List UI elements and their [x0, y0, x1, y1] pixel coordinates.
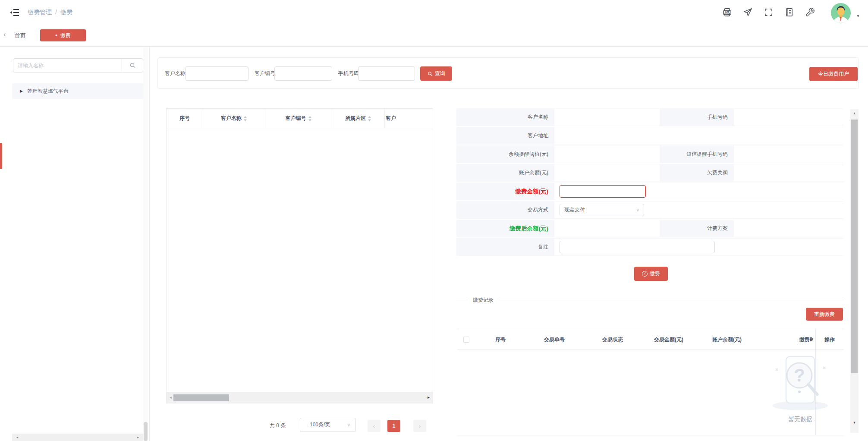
sidebar-vertical-scrollbar[interactable] [143, 47, 148, 441]
page-number-button[interactable]: 1 [387, 420, 400, 432]
left-edge-indicator [0, 143, 2, 169]
user-avatar[interactable] [831, 3, 851, 23]
col-header-area[interactable]: 所属片区 [332, 109, 385, 128]
phone-label: 手机号码 [660, 108, 733, 126]
svg-text:APP: APP [725, 11, 730, 13]
col-header-clipped: 客户 [385, 109, 433, 128]
records-table-bottom-border [457, 435, 844, 435]
filter-customer-no-label: 客户编号 [255, 58, 275, 89]
tree-node-platform[interactable]: ▶ 乾程智慧燃气平台 [12, 83, 147, 99]
form-row: 余额提醒阈值(元) 短信提醒手机号码 [456, 145, 844, 163]
account-balance-value [554, 164, 660, 181]
col-header-customer-no[interactable]: 客户编号 [265, 109, 332, 128]
chevron-down-icon: ∨ [636, 204, 639, 216]
empty-text: 暂无数据 [768, 416, 833, 423]
header-actions: APP [722, 7, 815, 17]
today-payment-users-button[interactable]: 今日缴费用户 [809, 67, 858, 81]
pay-amount-input[interactable] [560, 185, 646, 198]
vscroll-thumb[interactable] [851, 120, 858, 373]
filter-customer-no-input[interactable] [274, 66, 332, 81]
scroll-down-icon[interactable]: ▼ [850, 421, 859, 425]
active-tab-dot-icon: ● [55, 34, 57, 37]
document-list-icon[interactable] [784, 7, 794, 17]
scroll-left-icon[interactable]: ◂ [16, 435, 18, 439]
remark-input[interactable] [560, 241, 715, 253]
filter-card: 客户名称 客户编号 手机号码 查询 今日缴费用户 [157, 57, 859, 89]
avatar-caret-icon[interactable]: ▼ [856, 14, 860, 18]
pinned-column-border [815, 329, 816, 435]
scroll-up-icon[interactable]: ▲ [850, 111, 859, 115]
rec-col-trade-amount: 交易金额(元) [636, 329, 701, 350]
customer-table: 序号 客户名称 客户编号 所属片区 客户 ◂ ▸ [166, 108, 433, 403]
query-button[interactable]: 查询 [420, 66, 452, 81]
search-icon [129, 62, 136, 69]
send-icon[interactable] [743, 7, 753, 17]
filter-phone-label: 手机号码 [338, 58, 359, 89]
fullscreen-icon[interactable] [764, 7, 774, 17]
balance-after-value [554, 220, 660, 237]
tree-node-label: 乾程智慧燃气平台 [27, 88, 69, 95]
empty-state: ? 暂无数据 [768, 355, 833, 423]
form-row: 缴费后余额(元) 计费方案 [456, 220, 844, 237]
hscroll-thumb[interactable] [173, 394, 229, 401]
sidebar-collapse-icon[interactable] [9, 7, 20, 18]
arrears-valve-value [734, 164, 844, 181]
right-panel-scrollbar[interactable]: ▲ ▼ [850, 109, 859, 433]
filter-customer-name-input[interactable] [186, 66, 248, 81]
records-table-header: 序号 交易单号 交易状态 交易金额(元) 账户余额(元) 缴费时 操作 [457, 329, 844, 350]
next-page-button[interactable]: › [413, 420, 426, 432]
form-row: 缴费金额(元) [456, 183, 844, 200]
chevron-left-icon: ‹ [373, 423, 375, 429]
records-section-title: 缴费记录 [473, 296, 494, 304]
page-size-select[interactable]: 100条/页 ∨ [300, 418, 356, 432]
scroll-left-icon[interactable]: ◂ [170, 395, 172, 400]
check-circle-icon: ✓ [642, 271, 648, 277]
org-search-input[interactable] [13, 58, 122, 72]
sidebar-horizontal-scrollbar[interactable]: ◂ ▸ [12, 434, 143, 441]
pay-button[interactable]: ✓ 缴费 [634, 267, 668, 281]
chevron-down-icon: ∨ [347, 418, 350, 432]
col-header-index: 序号 [167, 109, 203, 128]
phone-value [734, 109, 844, 126]
address-label: 客户地址 [456, 127, 554, 145]
breadcrumb-parent[interactable]: 缴费管理 [28, 9, 52, 16]
sort-icon[interactable] [368, 116, 371, 122]
form-row: 交易方式 现金支付 ∨ [456, 201, 844, 219]
repay-button[interactable]: 重新缴费 [806, 308, 843, 321]
col-header-customer-name[interactable]: 客户名称 [203, 109, 265, 128]
form-row: 客户地址 [456, 127, 844, 145]
balance-threshold-label: 余额提醒阈值(元) [456, 145, 554, 163]
filter-phone-input[interactable] [358, 66, 415, 81]
sort-icon[interactable] [308, 116, 312, 122]
wrench-icon[interactable] [805, 7, 815, 17]
tab-bar: ‹ 首页 ● 缴费 [0, 25, 868, 47]
prev-page-button[interactable]: ‹ [368, 420, 381, 432]
org-search-button[interactable] [122, 58, 143, 72]
form-row: 备注 [456, 238, 844, 256]
remark-label: 备注 [456, 238, 554, 256]
tab-payment-active[interactable]: ● 缴费 [40, 29, 86, 41]
sidebar-vertical-scroll-thumb[interactable] [144, 422, 148, 441]
rec-col-action: 操作 [815, 329, 844, 350]
customer-table-hscrollbar[interactable]: ◂ ▸ [167, 392, 433, 403]
scroll-right-icon[interactable]: ▸ [137, 435, 139, 439]
trade-method-select[interactable]: 现金支付 ∨ [560, 204, 644, 216]
address-value [554, 127, 844, 144]
rec-col-trade-status: 交易状态 [589, 329, 636, 350]
scroll-right-icon[interactable]: ▸ [428, 395, 430, 400]
select-all-checkbox[interactable] [463, 337, 469, 343]
tree-expand-caret-icon[interactable]: ▶ [20, 89, 23, 93]
print-app-icon[interactable]: APP [722, 7, 732, 17]
pay-amount-label: 缴费金额(元) [456, 183, 554, 200]
sort-icon[interactable] [243, 116, 247, 122]
tabs-back-icon[interactable]: ‹ [3, 30, 6, 39]
form-row: 账户余额(元) 欠费关阀 [456, 164, 844, 182]
customer-name-label: 客户名称 [456, 108, 554, 126]
account-balance-label: 账户余额(元) [456, 164, 554, 182]
billing-plan-label: 计费方案 [660, 220, 733, 237]
tab-home[interactable]: 首页 [15, 32, 26, 40]
customer-name-value [554, 109, 660, 126]
search-icon [428, 71, 433, 76]
balance-threshold-value [554, 146, 660, 163]
breadcrumb-separator: / [55, 9, 57, 16]
